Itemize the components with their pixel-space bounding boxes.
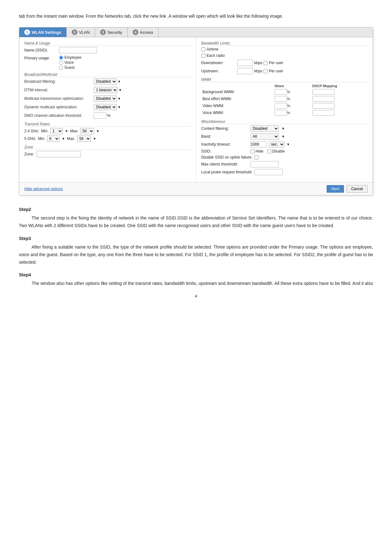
downstream-input[interactable] bbox=[237, 60, 253, 66]
ssid-disable-group: Disable bbox=[267, 149, 285, 154]
tab-security[interactable]: 3 Security bbox=[95, 27, 128, 37]
broadcast-filtering-label: Broadcast filtering: bbox=[24, 79, 94, 84]
dynamic-label: Dynamic multicast optimization: bbox=[24, 105, 94, 109]
ssid-hide-checkbox[interactable] bbox=[250, 149, 255, 154]
downstream-label: Downstream: bbox=[201, 61, 236, 65]
name-ssid-row: Name (SSID): bbox=[24, 47, 191, 53]
airtime-checkbox[interactable] bbox=[201, 47, 205, 51]
band-label: Band: bbox=[201, 134, 249, 139]
upstream-per-user-checkbox[interactable] bbox=[263, 69, 268, 73]
step3-para: After fixing a suitable name to the SSID… bbox=[19, 244, 373, 266]
dtim-select[interactable]: 1 beacon bbox=[94, 87, 118, 93]
zone-row: Zone: bbox=[24, 151, 191, 157]
local-probe-input[interactable] bbox=[254, 169, 283, 175]
upstream-input[interactable] bbox=[237, 68, 253, 74]
radio-voice[interactable]: Voice bbox=[59, 60, 81, 65]
ssid-disable-label: Disable bbox=[272, 149, 285, 154]
ghz5-min-select[interactable]: 6 bbox=[47, 135, 60, 142]
wlan-footer: Hide advanced options Next Cancel bbox=[19, 182, 373, 195]
hide-advanced-link[interactable]: Hide advanced options bbox=[24, 187, 63, 191]
intro-paragraph: tab from the instant main window. From t… bbox=[19, 13, 373, 20]
name-ssid-input[interactable] bbox=[59, 47, 97, 53]
wmm-video-dscp[interactable] bbox=[312, 103, 335, 109]
band-select[interactable]: All bbox=[250, 133, 279, 140]
inactivity-input[interactable] bbox=[250, 141, 266, 148]
step4-para: The window also has other options like s… bbox=[19, 280, 373, 287]
airtime-label: Airtime bbox=[207, 47, 218, 51]
multicast-select[interactable]: Disabled bbox=[94, 95, 117, 102]
wmm-best-effort-dscp[interactable] bbox=[312, 96, 335, 102]
tab-wlan-settings[interactable]: 1 WLAN Settings bbox=[19, 27, 67, 37]
zone-input[interactable] bbox=[37, 151, 81, 157]
downstream-unit: kbps bbox=[254, 61, 262, 65]
wmm-col-share: Share bbox=[273, 83, 311, 88]
radio-employee-input[interactable] bbox=[59, 56, 63, 60]
ghz5-max-select[interactable]: 54 bbox=[77, 135, 91, 142]
inactivity-unit-select[interactable]: sec. bbox=[269, 141, 285, 148]
radio-guest-input[interactable] bbox=[59, 66, 63, 70]
wmm-best-effort-label: Best effort WMM: bbox=[201, 95, 273, 102]
next-button[interactable]: Next bbox=[327, 185, 344, 193]
wlan-tabs: 1 WLAN Settings 2 VLAN 3 Security 4 Acce… bbox=[19, 27, 373, 37]
disable-ssid-label: Disable SSID on uplink failure: bbox=[201, 155, 252, 160]
dynamic-select[interactable]: Disabled bbox=[94, 104, 117, 110]
wmm-background-share[interactable] bbox=[274, 89, 287, 95]
tab2-num: 2 bbox=[72, 29, 77, 35]
content-filtering-select[interactable]: Disabled bbox=[250, 125, 279, 132]
radio-employee[interactable]: Employee bbox=[59, 55, 81, 60]
max-clients-label: Max clients threshold: bbox=[201, 162, 249, 166]
wmm-row-voice: Voice WMM: % bbox=[201, 109, 368, 116]
tab3-label: Security bbox=[107, 30, 122, 35]
disable-ssid-checkbox[interactable] bbox=[254, 155, 258, 160]
step4-heading: Step4 bbox=[19, 272, 373, 277]
wmm-best-effort-share[interactable] bbox=[274, 96, 287, 102]
wmm-col-dscp: DSCP Mapping bbox=[311, 83, 368, 88]
ghz5-max-label: Max: bbox=[67, 136, 75, 141]
tab-vlan[interactable]: 2 VLAN bbox=[67, 27, 95, 37]
wmm-voice-share[interactable] bbox=[274, 110, 287, 116]
wmm-background-label: Background WMM: bbox=[201, 88, 273, 95]
wlan-right-panel: Bandwidth Limits Airtime Each radio Down… bbox=[196, 37, 373, 182]
local-probe-row: Local probe request threshold: bbox=[201, 169, 368, 175]
max-clients-input[interactable] bbox=[250, 161, 279, 167]
zone-label: Zone: bbox=[24, 152, 34, 156]
upstream-row: Upstream: kbps Per user bbox=[201, 68, 368, 74]
wmm-section: WMM bbox=[201, 77, 368, 82]
radio-guest[interactable]: Guest bbox=[59, 65, 81, 70]
wlan-left-panel: Name & Usage Name (SSID): Primary usage:… bbox=[19, 37, 196, 182]
multicast-label: Multicast transmission optimization: bbox=[24, 96, 94, 101]
step4-section: Step4 The window also has other options … bbox=[19, 272, 373, 287]
wmm-video-share[interactable] bbox=[274, 103, 287, 109]
ssid-hide-label: Hide bbox=[256, 149, 263, 154]
ghz24-min-select[interactable]: 1 bbox=[50, 128, 63, 134]
disable-ssid-row: Disable SSID on uplink failure: bbox=[201, 155, 368, 160]
wmm-table: Share DSCP Mapping Background WMM: % Bes… bbox=[201, 83, 368, 116]
wmm-background-dscp[interactable] bbox=[312, 89, 335, 95]
cancel-button[interactable]: Cancel bbox=[347, 185, 368, 193]
tab1-num: 1 bbox=[24, 29, 30, 35]
radio-voice-input[interactable] bbox=[59, 61, 63, 65]
primary-usage-row: Primary usage: Employee Voice Guest bbox=[24, 55, 191, 70]
ghz24-max-label: Max: bbox=[70, 129, 78, 133]
tab-access[interactable]: 4 Access bbox=[128, 27, 159, 37]
ghz24-min-label: Min: bbox=[41, 129, 48, 133]
downstream-per-user-label: Per user bbox=[269, 61, 283, 65]
downstream-per-user-checkbox[interactable] bbox=[263, 61, 268, 65]
airtime-row: Airtime bbox=[201, 47, 368, 51]
dynamic-row: Dynamic multicast optimization: Disabled… bbox=[24, 104, 191, 110]
dmo-label: DMO channel utilization threshold: bbox=[24, 113, 94, 118]
ghz5-row: 5 GHz: Min: 6 ▼ Max: 54 ▼ bbox=[24, 135, 191, 142]
ssid-disable-checkbox[interactable] bbox=[267, 149, 271, 154]
wmm-voice-dscp[interactable] bbox=[312, 110, 335, 116]
each-radio-checkbox[interactable] bbox=[201, 54, 205, 58]
dmo-input[interactable] bbox=[94, 112, 106, 119]
zone-section: Zone bbox=[24, 145, 191, 150]
page-number: 4 bbox=[19, 294, 373, 298]
ghz5-min-label: Min: bbox=[38, 136, 45, 141]
ghz24-row: 2.4 GHz: Min: 1 ▼ Max: 54 ▼ bbox=[24, 128, 191, 134]
broadcast-filtering-select[interactable]: Disabled bbox=[94, 78, 117, 85]
broadcast-section: Broadcast/Multicast bbox=[24, 72, 191, 77]
ghz24-max-select[interactable]: 54 bbox=[80, 128, 94, 134]
ghz5-label: 5 GHz: bbox=[24, 136, 36, 141]
misc-section: Miscellaneous bbox=[201, 119, 368, 124]
